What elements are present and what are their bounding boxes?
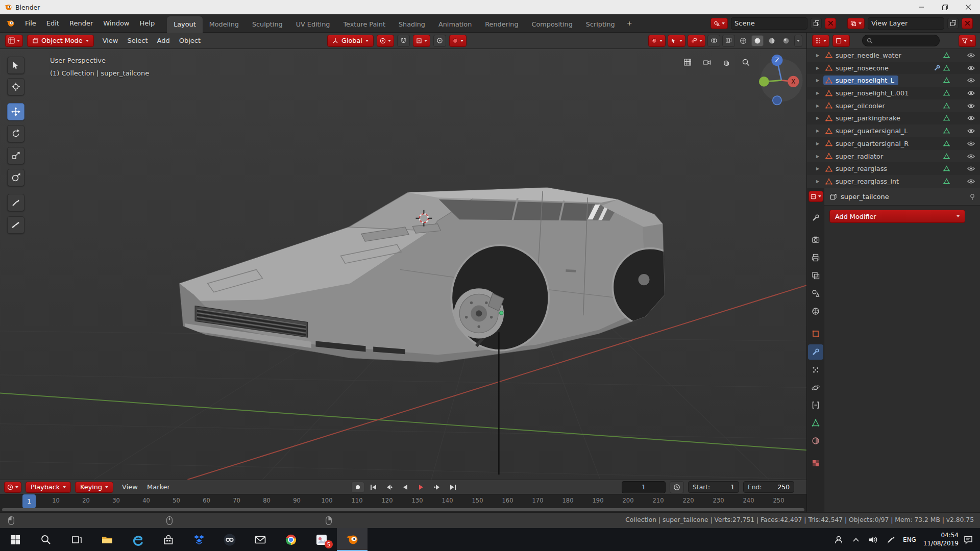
outliner-search-field[interactable]: [862, 35, 940, 46]
delete-view-layer-button[interactable]: [962, 18, 973, 29]
minimize-button[interactable]: [910, 0, 933, 14]
action-center-icon[interactable]: [961, 528, 976, 551]
outliner-row[interactable]: ▶ super_noselight_L: [807, 74, 980, 87]
zoom-view-icon[interactable]: [739, 56, 753, 69]
camera-view-icon[interactable]: [700, 56, 714, 69]
taskbar-clock[interactable]: 04:54 11/08/2019: [921, 532, 959, 547]
playback-dropdown[interactable]: Playback: [26, 482, 71, 493]
measure-tool[interactable]: [7, 216, 24, 234]
workspace-tab[interactable]: Rendering: [478, 16, 525, 33]
overlays-toggle-icon[interactable]: [707, 35, 720, 47]
editor-type-dropdown[interactable]: [5, 35, 23, 47]
chrome-browser-icon[interactable]: [276, 528, 306, 551]
tab-physics[interactable]: [808, 380, 823, 395]
tab-texture[interactable]: [808, 456, 823, 471]
shading-rendered-icon[interactable]: [780, 35, 792, 46]
topbar-menu[interactable]: File: [20, 17, 41, 29]
outliner-row[interactable]: ▶ super_quartersignal_R: [807, 137, 980, 150]
timeline-ruler[interactable]: 1020304050607080901001101201301401501601…: [0, 494, 806, 512]
mail-app-icon[interactable]: [245, 528, 276, 551]
pan-view-hand-icon[interactable]: [719, 56, 733, 69]
mode-dropdown[interactable]: Object Mode: [27, 35, 94, 47]
visibility-eye-icon[interactable]: [967, 53, 975, 58]
keying-dropdown[interactable]: Keying: [75, 482, 113, 493]
language-indicator[interactable]: ENG: [900, 536, 919, 543]
tab-modifiers[interactable]: [808, 344, 823, 360]
outliner-filter-dropdown[interactable]: [959, 35, 976, 47]
expand-arrow-icon[interactable]: ▶: [816, 53, 823, 58]
taskbar-search-icon[interactable]: [31, 528, 61, 551]
infinity-app-icon[interactable]: [214, 528, 245, 551]
expand-arrow-icon[interactable]: ▶: [816, 78, 823, 83]
workspace-tab[interactable]: Compositing: [525, 16, 579, 33]
jump-to-start-icon[interactable]: [367, 482, 380, 493]
shading-wireframe-icon[interactable]: [737, 35, 749, 46]
add-workspace-button[interactable]: +: [622, 16, 638, 30]
proportional-editing-icon[interactable]: [433, 35, 446, 47]
new-scene-button[interactable]: [811, 18, 822, 29]
visibility-eye-icon[interactable]: [967, 154, 975, 159]
outliner-row[interactable]: ▶ super_noselight_L.001: [807, 87, 980, 99]
expand-arrow-icon[interactable]: ▶: [816, 129, 823, 133]
current-frame-field[interactable]: 1: [622, 481, 666, 493]
windows-ink-pen-icon[interactable]: [883, 528, 898, 551]
properties-editor-type-dropdown[interactable]: [808, 191, 823, 202]
visibility-eye-icon[interactable]: [967, 103, 975, 109]
workspace-tab[interactable]: Scripting: [579, 16, 622, 33]
tab-tool[interactable]: [808, 210, 823, 226]
timeline-scrollbar[interactable]: [2, 508, 804, 511]
task-view-icon[interactable]: [61, 528, 92, 551]
expand-arrow-icon[interactable]: ▶: [816, 166, 823, 171]
visibility-eye-icon[interactable]: [967, 78, 975, 83]
snap-target-dropdown[interactable]: [413, 35, 430, 47]
tab-object-data[interactable]: [808, 415, 823, 431]
move-tool[interactable]: [7, 103, 24, 120]
restore-button[interactable]: [933, 0, 957, 14]
new-view-layer-button[interactable]: [947, 18, 959, 29]
viewport-menu[interactable]: Object: [175, 35, 205, 46]
gizmos-dropdown[interactable]: [688, 35, 705, 47]
topbar-menu[interactable]: Render: [64, 17, 98, 29]
viewport-menu[interactable]: View: [98, 35, 123, 46]
viewport-3d-canvas[interactable]: Z X: [0, 49, 806, 480]
play-reverse-icon[interactable]: [399, 482, 412, 493]
tab-particles[interactable]: [808, 362, 823, 378]
auto-keying-record-icon[interactable]: [351, 482, 364, 493]
transform-orientation-dropdown[interactable]: Global: [327, 35, 374, 47]
toggle-grid-icon[interactable]: [680, 56, 695, 69]
pivot-point-dropdown[interactable]: [377, 35, 394, 47]
timeline-editor-type-dropdown[interactable]: [4, 482, 21, 493]
tab-render[interactable]: [808, 232, 823, 247]
tab-scene[interactable]: [808, 286, 823, 301]
outliner-row[interactable]: ▶ super_parkingbrake: [807, 112, 980, 125]
shading-options-dropdown[interactable]: [794, 35, 802, 47]
workspace-tab[interactable]: Texture Paint: [336, 16, 392, 33]
annotate-tool[interactable]: [7, 194, 24, 211]
tab-view-layer[interactable]: [808, 268, 823, 283]
workspace-tab[interactable]: Shading: [392, 16, 432, 33]
transform-tool[interactable]: [7, 169, 24, 186]
expand-arrow-icon[interactable]: ▶: [816, 154, 823, 159]
jump-to-end-icon[interactable]: [446, 482, 459, 493]
expand-arrow-icon[interactable]: ▶: [816, 104, 823, 108]
workspace-tab[interactable]: Animation: [432, 16, 478, 33]
outliner-editor-type-dropdown[interactable]: [812, 35, 829, 47]
browse-scene-icon[interactable]: [710, 18, 728, 29]
people-icon[interactable]: [831, 528, 846, 551]
xray-toggle-icon[interactable]: [722, 35, 735, 47]
shading-material-icon[interactable]: [766, 35, 778, 46]
topbar-menu[interactable]: Help: [135, 17, 160, 29]
tab-constraints[interactable]: [808, 397, 823, 413]
topbar-menu[interactable]: Window: [98, 17, 134, 29]
prev-keyframe-icon[interactable]: [383, 482, 396, 493]
start-button[interactable]: [0, 528, 31, 551]
volume-icon[interactable]: [866, 528, 881, 551]
tab-output[interactable]: [808, 250, 823, 265]
next-keyframe-icon[interactable]: [430, 482, 444, 493]
outliner-row[interactable]: ▶ super_quartersignal_L: [807, 124, 980, 137]
expand-arrow-icon[interactable]: ▶: [816, 179, 823, 184]
dropbox-icon[interactable]: [184, 528, 214, 551]
timeline-menu[interactable]: Marker: [142, 481, 175, 493]
viewport-3d[interactable]: Z X User Perspective (1) Collection | su…: [0, 49, 806, 480]
timeline-menu[interactable]: View: [117, 481, 142, 493]
